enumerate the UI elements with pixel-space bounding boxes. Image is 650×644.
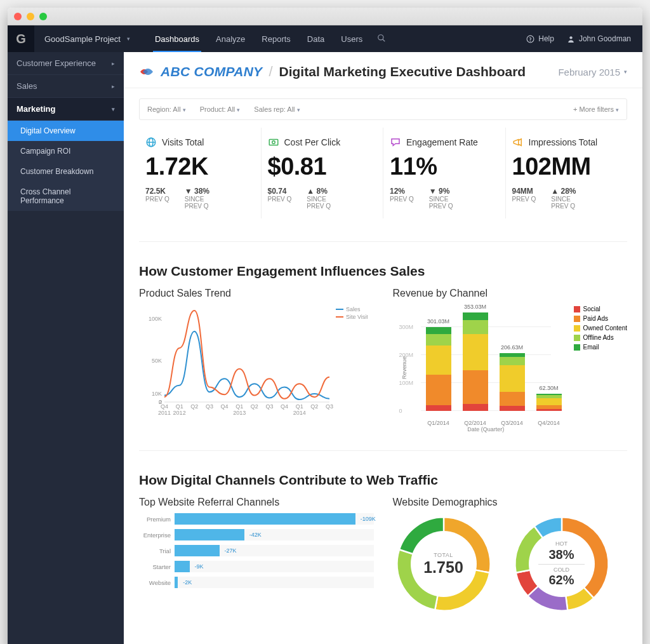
nav-tab-reports[interactable]: Reports [253, 25, 299, 52]
kpi-title: Cost Per Click [284, 137, 341, 147]
breadcrumb-separator: / [269, 64, 272, 80]
zoom-window-icon[interactable] [39, 13, 47, 20]
panel-title: Revenue by Channel [393, 288, 628, 299]
kpi-cost-per-click: Cost Per Click$0.81$0.74PREV Q▲ 8%SINCEP… [262, 128, 384, 218]
svg-text:Q4: Q4 [161, 403, 168, 410]
filter-region[interactable]: Region: All ▾ [147, 105, 186, 113]
svg-point-3 [530, 41, 531, 41]
company-name: ABC COMPANY [161, 64, 262, 79]
svg-text:Q3: Q3 [265, 403, 273, 410]
donut-label: TOTAL [434, 552, 453, 558]
filter-salesrep[interactable]: Sales rep: All ▾ [254, 105, 300, 113]
kpi-visits-total: Visits Total1.72K72.5KPREV Q▼ 38%SINCEPR… [139, 128, 262, 218]
filter-product[interactable]: Product: All ▾ [200, 105, 241, 113]
project-name: GoodSample Project [44, 34, 121, 44]
chevron-down-icon: ▾ [127, 36, 130, 42]
svg-line-1 [383, 39, 385, 41]
chevron-down-icon: ▾ [112, 106, 115, 112]
mac-titlebar [8, 8, 642, 25]
svg-text:Sales: Sales [346, 306, 361, 312]
kpi-value: $0.81 [268, 153, 377, 180]
kpi-engagement-rate: Engagement Rate11%12%PREV Q▼ 9%SINCEPREV… [383, 128, 506, 218]
svg-text:2012: 2012 [173, 410, 186, 416]
sidebar-group-customer-experience[interactable]: Customer Experience▸ [8, 52, 124, 75]
help-link[interactable]: Help [526, 34, 554, 43]
close-window-icon[interactable] [14, 13, 22, 20]
referral-bars-chart: Premium-109KEnterprise-42KTrial-27KStart… [139, 513, 374, 588]
kpi-title: Impressions Total [529, 137, 598, 147]
user-menu[interactable]: John Goodman [567, 34, 631, 43]
svg-text:10K: 10K [152, 391, 162, 397]
svg-text:Q1: Q1 [176, 403, 183, 410]
sidebar-group-marketing[interactable]: Marketing▾ [8, 98, 124, 121]
svg-point-4 [569, 36, 572, 39]
sidebar-item-cross-channel-performance[interactable]: Cross Channel Performance [8, 182, 124, 211]
user-icon [567, 35, 575, 43]
demographics-hotcold-donut: HOT38% COLD62% [511, 513, 613, 615]
help-icon [526, 35, 534, 43]
svg-text:Q3: Q3 [206, 403, 213, 410]
sidebar-group-sales[interactable]: Sales▸ [8, 75, 124, 98]
nav-tab-analyze[interactable]: Analyze [208, 25, 253, 52]
sidebar: Customer Experience▸Sales▸Marketing▾Digi… [8, 52, 124, 644]
kpi-value: 1.72K [145, 153, 255, 180]
chevron-right-icon: ▸ [112, 83, 115, 90]
svg-text:2013: 2013 [233, 410, 246, 416]
donut-value: 1.750 [423, 558, 463, 577]
referral-bar-premium: Premium-109K [139, 513, 374, 525]
svg-text:Q2: Q2 [251, 403, 258, 410]
kpi-title: Engagement Rate [406, 137, 478, 147]
chat-icon [390, 137, 401, 148]
svg-point-0 [378, 34, 383, 39]
period-selector[interactable]: February 2015 ▾ [558, 67, 627, 77]
svg-text:2011: 2011 [158, 410, 171, 416]
panel-demographics: Website Demographics TOTAL 1.750 HOT3 [393, 497, 628, 615]
main-content: ABC COMPANY / Digital Marketing Executiv… [124, 52, 642, 644]
svg-point-9 [272, 141, 275, 144]
referral-bar-starter: Starter-9K [139, 561, 374, 572]
filter-bar: Region: All ▾ Product: All ▾ Sales rep: … [139, 98, 627, 120]
panel-title: Top Website Referral Channels [139, 497, 374, 508]
chevron-down-icon: ▾ [624, 69, 627, 75]
referral-bar-website: Website-2K [139, 577, 374, 588]
search-icon[interactable] [371, 34, 392, 44]
section-title-traffic: How Digital Channels Contribute to Web T… [139, 473, 627, 488]
svg-text:Q3: Q3 [326, 403, 333, 410]
svg-text:Site Visits: Site Visits [346, 314, 368, 320]
svg-text:Q2: Q2 [310, 403, 318, 410]
company-logo-icon [139, 65, 154, 78]
kpi-impressions-total: Impressions Total102MM94MMPREV Q▲ 28%SIN… [506, 128, 628, 218]
more-filters-button[interactable]: + More filters ▾ [573, 105, 619, 113]
nav-tab-data[interactable]: Data [299, 25, 333, 52]
megaphone-icon [512, 137, 524, 148]
panel-title: Product Sales Trend [139, 288, 374, 299]
kpi-title: Visits Total [162, 137, 204, 147]
sidebar-item-digital-overview[interactable]: Digital Overview [8, 121, 124, 141]
globe-icon [145, 137, 157, 148]
nav-tab-dashboards[interactable]: Dashboards [147, 25, 208, 52]
app-logo-icon[interactable]: G [8, 25, 34, 52]
nav-tab-users[interactable]: Users [333, 25, 371, 52]
help-label: Help [538, 34, 554, 43]
svg-text:2014: 2014 [293, 410, 306, 416]
referral-bar-enterprise: Enterprise-42K [139, 529, 374, 540]
demographics-total-donut: TOTAL 1.750 [393, 513, 494, 615]
svg-text:100K: 100K [149, 316, 162, 322]
sidebar-item-customer-breakdown[interactable]: Customer Breakdown [8, 161, 124, 182]
period-label: February 2015 [558, 67, 620, 77]
product-sales-trend-chart: 0210K50K100KQ42011Q12012Q2Q3Q4Q12013Q2Q3… [139, 304, 374, 421]
project-selector[interactable]: GoodSample Project ▾ [34, 34, 140, 44]
top-nav: G GoodSample Project ▾ DashboardsAnalyze… [8, 25, 642, 52]
kpi-value: 102MM [512, 153, 621, 180]
svg-text:Q1: Q1 [235, 403, 243, 410]
minimize-window-icon[interactable] [27, 13, 34, 20]
kpi-value: 11% [390, 153, 499, 180]
page-header: ABC COMPANY / Digital Marketing Executiv… [124, 52, 642, 88]
app-window: G GoodSample Project ▾ DashboardsAnalyze… [8, 8, 642, 644]
svg-text:Q4: Q4 [221, 403, 229, 410]
sidebar-item-campaign-roi[interactable]: Campaign ROI [8, 141, 124, 161]
svg-rect-8 [269, 140, 278, 145]
svg-text:50K: 50K [152, 358, 162, 364]
user-name: John Goodman [579, 34, 631, 43]
referral-bar-trial: Trial-27K [139, 545, 374, 556]
